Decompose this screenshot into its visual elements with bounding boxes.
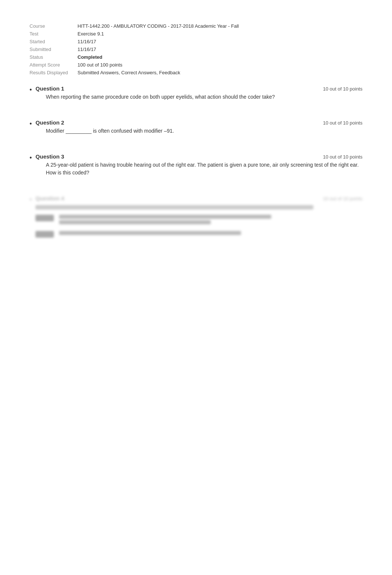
question-3-title: Question 3 (35, 153, 64, 160)
question-3-score: 10 out of 10 points (323, 153, 362, 160)
question-1-section: • Question 1 10 out of 10 points When re… (30, 85, 362, 101)
course-value: HITT-1442.200 - AMBULATORY CODING - 2017… (78, 22, 245, 30)
question-4-content: Question 4 10 out of 10 points (35, 195, 362, 243)
question-2-title: Question 2 (35, 119, 64, 126)
question-1-content: Question 1 10 out of 10 points When repo… (35, 85, 362, 101)
results-value: Submitted Answers, Correct Answers, Feed… (78, 69, 245, 76)
info-table: Course HITT-1442.200 - AMBULATORY CODING… (30, 22, 245, 76)
course-label: Course (30, 22, 78, 30)
question-2-body: Modifier _________ is often confused wit… (46, 127, 362, 135)
question-1-title: Question 1 (35, 85, 64, 92)
question-1-score: 10 out of 10 points (323, 85, 362, 92)
question-2-section: • Question 2 10 out of 10 points Modifie… (30, 119, 362, 135)
results-label: Results Displayed (30, 69, 78, 76)
question-2-score: 10 out of 10 points (323, 119, 362, 126)
question-3-content: Question 3 10 out of 10 points A 25-year… (35, 153, 362, 177)
question-1-bullet: • (30, 86, 32, 94)
started-value: 11/16/17 (78, 38, 245, 45)
question-2-bullet: • (30, 120, 32, 128)
attempt-score-value: 100 out of 100 points (78, 61, 245, 69)
question-2-content: Question 2 10 out of 10 points Modifier … (35, 119, 362, 135)
question-4-bullet: • (30, 196, 32, 204)
status-label: Status (30, 53, 78, 61)
question-4-title: Question 4 (35, 195, 64, 201)
answer-option-2 (35, 231, 362, 238)
answer-option-1 (35, 215, 362, 226)
test-value: Exercise 9.1 (78, 30, 245, 38)
question-3-body: A 25-year-old patient is having trouble … (46, 161, 362, 177)
test-label: Test (30, 30, 78, 38)
started-label: Started (30, 38, 78, 45)
status-value: Completed (78, 53, 245, 61)
question-1-body: When reporting the same procedure code o… (46, 93, 362, 101)
question-4-section-blurred: • Question 4 10 out of 10 points (30, 195, 362, 243)
submitted-label: Submitted (30, 45, 78, 53)
submitted-value: 11/16/17 (78, 45, 245, 53)
attempt-score-label: Attempt Score (30, 61, 78, 69)
question-4-score: 10 out of 10 points (323, 195, 362, 201)
question-3-section: • Question 3 10 out of 10 points A 25-ye… (30, 153, 362, 177)
question-3-bullet: • (30, 154, 32, 162)
